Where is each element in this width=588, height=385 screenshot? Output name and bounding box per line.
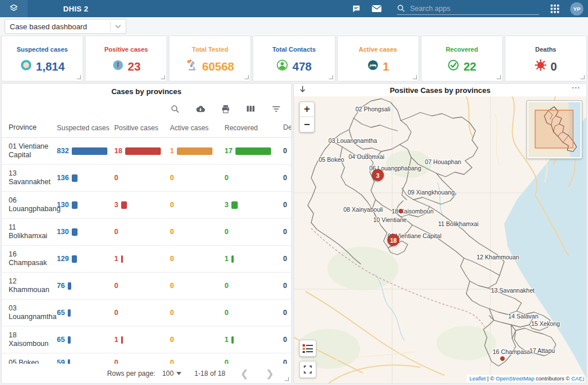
resize-handle[interactable]: [413, 75, 417, 79]
card-deaths[interactable]: Deaths 0: [505, 36, 587, 81]
case-dot-marker[interactable]: [500, 356, 505, 361]
overview-minimap[interactable]: [527, 101, 582, 158]
col-header-positive[interactable]: Positive cases: [114, 123, 170, 132]
columns-icon[interactable]: [246, 104, 256, 114]
cell-recovered: 0: [225, 309, 283, 317]
mail-icon[interactable]: [372, 3, 382, 14]
messages-icon[interactable]: [351, 3, 361, 14]
cell-deaths: 0: [283, 255, 292, 263]
resize-handle[interactable]: [580, 377, 584, 381]
top-navbar: DHIS 2 YP: [0, 0, 588, 17]
cell-suspected: 130: [57, 228, 114, 236]
zoom-in-button[interactable]: +: [300, 102, 314, 117]
value-bar: [72, 255, 78, 263]
cell-positive: 1: [114, 336, 170, 344]
filter-icon[interactable]: [271, 104, 281, 114]
download-icon[interactable]: [195, 104, 205, 114]
province-label: 09 Xiangkhouang: [408, 189, 455, 196]
cell-recovered: 0: [225, 282, 283, 290]
dashboard-selector[interactable]: Case based dashboard: [5, 19, 126, 34]
table-row[interactable]: 11 Bolikhamxai1300000: [2, 219, 291, 246]
table-search-icon[interactable]: [170, 104, 180, 114]
cell-active: 0: [170, 309, 225, 317]
cell-positive: 3: [114, 201, 170, 209]
osm-link[interactable]: OpenStreetMap: [496, 375, 534, 382]
prev-page-icon[interactable]: ❮: [238, 368, 251, 380]
case-count-marker[interactable]: 18: [388, 234, 400, 246]
table-header-row: Province Suspected cases Positive cases …: [2, 118, 291, 138]
rows-per-page-select[interactable]: 100: [162, 370, 181, 378]
cell-suspected: 130: [57, 201, 114, 209]
card-suspected-cases[interactable]: Suspected cases 1,814: [1, 36, 83, 81]
dhis2-logo[interactable]: [0, 0, 28, 17]
map-legend-button[interactable]: [299, 340, 316, 357]
layers-icon: [8, 3, 20, 14]
app-title: DHIS 2: [63, 5, 88, 13]
dashboard-bar: Case based dashboard: [0, 17, 588, 36]
col-header-deaths[interactable]: Deaths: [283, 123, 292, 132]
case-dot-marker[interactable]: [399, 209, 403, 213]
cell-deaths: 0: [283, 201, 292, 209]
map-canvas[interactable]: + −: [294, 96, 586, 383]
resize-handle[interactable]: [161, 75, 165, 79]
resize-handle[interactable]: [245, 75, 249, 79]
col-header-suspected[interactable]: Suspected cases: [57, 123, 114, 132]
province-label: 02 Phongsali: [355, 106, 390, 112]
next-page-icon[interactable]: ❯: [264, 368, 276, 380]
card-active-cases[interactable]: Active cases 1: [337, 36, 419, 81]
province-name: 12 Khammouan: [9, 277, 57, 294]
cell-suspected: 65: [57, 336, 114, 344]
cell-suspected: 129: [57, 255, 114, 263]
resize-handle[interactable]: [285, 377, 289, 381]
resize-handle[interactable]: [581, 75, 585, 79]
province-name: 01 Vientiane Capital: [9, 142, 57, 160]
province-label: 16 Champasak: [493, 348, 533, 355]
card-total-contacts[interactable]: Total Contacts 478: [253, 36, 335, 81]
apps-grid-icon[interactable]: [550, 3, 560, 14]
cell-positive: 0: [114, 309, 170, 317]
search-apps-input[interactable]: [409, 4, 539, 13]
value-bar: [231, 336, 234, 344]
more-options-icon[interactable]: ⋯: [571, 83, 581, 93]
province-name: 11 Bolikhamxai: [9, 223, 57, 240]
table-row[interactable]: 03 Louangnamtha650000: [2, 300, 291, 326]
table-row[interactable]: 01 Vientiane Capital832181170: [2, 138, 291, 165]
cell-positive: 0: [114, 174, 170, 182]
contact-icon: [276, 59, 288, 74]
card-total-tested[interactable]: Total Tested 60568: [169, 36, 251, 81]
resize-handle[interactable]: [497, 75, 501, 79]
cell-active: 0: [170, 228, 225, 236]
case-count-marker[interactable]: 3: [372, 169, 384, 181]
user-avatar[interactable]: YP: [570, 2, 583, 15]
card-value: 0: [551, 60, 557, 73]
resize-handle[interactable]: [329, 75, 333, 79]
province-label: 13 Savannakhet: [491, 287, 535, 294]
card-positive-cases[interactable]: Positive cases 23: [85, 36, 167, 81]
table-row[interactable]: 12 Khammouan760000: [2, 273, 291, 300]
download-arrow-icon[interactable]: [299, 85, 307, 96]
dhis2-app: DHIS 2 YP: [0, 0, 588, 384]
card-recovered[interactable]: Recovered 22: [421, 36, 503, 81]
resize-handle[interactable]: [77, 75, 81, 79]
cell-recovered: 0: [225, 174, 283, 182]
col-header-active[interactable]: Active cases: [170, 123, 225, 132]
table-row[interactable]: 16 Champasak1291010: [2, 246, 291, 273]
cell-positive: 1: [114, 255, 170, 263]
dashboard-body: Cases by provinces Provinc: [0, 83, 588, 384]
print-icon[interactable]: [220, 104, 230, 114]
leaflet-link[interactable]: Leaflet: [469, 375, 486, 382]
cell-active: 0: [170, 174, 225, 182]
card-title: Deaths: [535, 46, 556, 53]
province-label: 07 Houaphan: [425, 158, 461, 165]
table-row[interactable]: 18 Xaisomboun651010: [2, 326, 291, 353]
table-row[interactable]: 06 Louangphabang1303030: [2, 192, 291, 219]
cell-suspected: 65: [57, 309, 114, 317]
col-header-recovered[interactable]: Recovered: [225, 123, 283, 132]
map-zoom-control: + −: [299, 102, 315, 133]
cell-positive: 0: [114, 228, 170, 236]
fullscreen-button[interactable]: [299, 361, 316, 378]
province-label: 04 Oudomxai: [349, 153, 384, 160]
zoom-out-button[interactable]: −: [300, 117, 314, 132]
col-header-province[interactable]: Province: [9, 123, 57, 132]
table-row[interactable]: 13 Savannakhet1360000: [2, 165, 291, 192]
